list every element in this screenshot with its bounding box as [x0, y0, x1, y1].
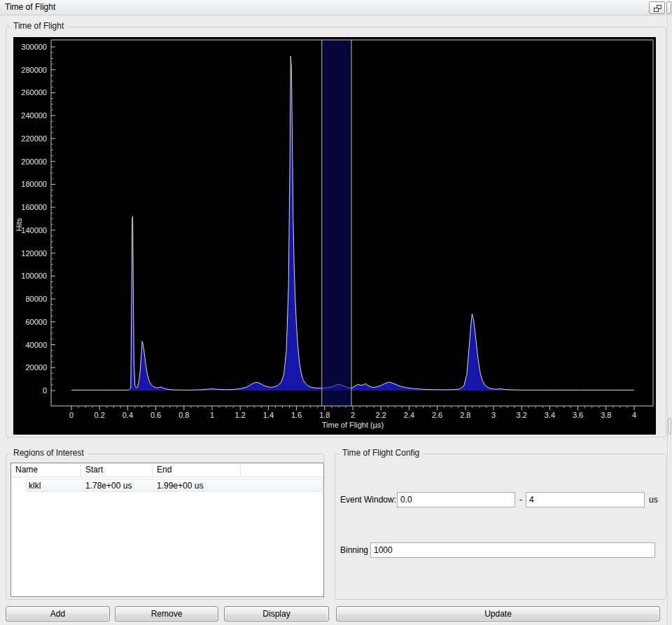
svg-text:300000: 300000	[21, 43, 47, 51]
roi-table-header: Name Start End	[11, 463, 323, 477]
event-window-to-input[interactable]	[526, 492, 645, 507]
svg-text:1.4: 1.4	[263, 411, 274, 419]
roi-cell-start: 1.78e+00 us	[85, 479, 132, 492]
tof-plot-svg: 00.20.40.60.811.21.41.61.822.22.42.62.83…	[13, 37, 656, 435]
binning-input[interactable]	[370, 542, 655, 558]
svg-text:2.2: 2.2	[376, 411, 386, 419]
display-button[interactable]: Display	[224, 606, 329, 622]
binning-label: Binning	[340, 542, 368, 558]
svg-text:280000: 280000	[21, 66, 47, 74]
svg-text:220000: 220000	[21, 134, 47, 143]
event-window-from-input[interactable]	[397, 492, 515, 507]
add-button[interactable]: Add	[6, 606, 110, 622]
time-of-flight-window: Time of Flight Time of Flight 00.20.40.6…	[0, 0, 672, 625]
roi-band	[322, 40, 351, 406]
header-separator	[240, 465, 241, 476]
y-axis-title: Hits	[15, 218, 23, 231]
svg-text:140000: 140000	[21, 226, 47, 234]
event-window-label: Event Window:	[340, 492, 396, 507]
svg-text:3.4: 3.4	[545, 411, 555, 419]
roi-header-start[interactable]: Start	[85, 463, 103, 477]
svg-text:0: 0	[43, 386, 47, 395]
svg-text:3.8: 3.8	[601, 411, 611, 419]
svg-text:3: 3	[491, 411, 496, 419]
update-button[interactable]: Update	[336, 606, 660, 622]
tof-config-groupbox: Time of Flight Config Event Window: - us…	[335, 454, 666, 600]
event-window-unit: us	[649, 492, 658, 507]
svg-text:100000: 100000	[21, 272, 47, 280]
svg-text:240000: 240000	[21, 111, 47, 120]
svg-text:3.6: 3.6	[573, 411, 583, 419]
svg-text:0.8: 0.8	[178, 411, 189, 419]
svg-text:0.6: 0.6	[150, 411, 161, 419]
header-separator	[80, 465, 81, 476]
svg-text:260000: 260000	[21, 88, 47, 97]
x-axis-title: Time of Flight (µs)	[322, 421, 384, 429]
svg-text:2: 2	[351, 411, 355, 419]
config-group-title: Time of Flight Config	[340, 448, 422, 458]
svg-text:60000: 60000	[25, 318, 47, 326]
svg-text:3.2: 3.2	[517, 411, 527, 419]
svg-text:80000: 80000	[25, 295, 47, 303]
svg-text:20000: 20000	[25, 363, 47, 372]
svg-text:0.4: 0.4	[122, 411, 133, 419]
roi-cell-end: 1.99e+00 us	[157, 479, 203, 492]
roi-cell-name: klkl	[29, 479, 41, 492]
dock-title: Time of Flight	[5, 0, 55, 15]
roi-table[interactable]: Name Start End klkl 1.78e+00 us 1.99e+00…	[10, 463, 324, 597]
clipped-edge-button	[666, 1, 671, 14]
svg-text:1: 1	[210, 411, 214, 419]
svg-text:1.8: 1.8	[319, 411, 330, 419]
svg-text:160000: 160000	[21, 203, 47, 211]
roi-header-end[interactable]: End	[157, 463, 172, 477]
svg-text:200000: 200000	[21, 157, 47, 166]
svg-text:4: 4	[632, 411, 636, 419]
svg-text:40000: 40000	[25, 341, 47, 349]
svg-text:2.4: 2.4	[404, 411, 414, 419]
float-restore-icon	[654, 5, 662, 12]
event-window-dash: -	[519, 492, 522, 507]
float-window-button[interactable]	[649, 1, 665, 14]
roi-group-title: Regions of Interest	[10, 448, 87, 458]
y-axis: 0200004000060000800001000001200001400001…	[15, 43, 55, 395]
right-edge-divider	[667, 15, 668, 625]
roi-table-row[interactable]: klkl 1.78e+00 us 1.99e+00 us	[11, 478, 323, 493]
remove-button[interactable]: Remove	[115, 606, 218, 622]
dock-titlebar[interactable]: Time of Flight	[0, 0, 672, 15]
histogram-series	[71, 56, 634, 391]
svg-text:2.8: 2.8	[460, 411, 470, 419]
svg-text:2.6: 2.6	[432, 411, 442, 419]
svg-text:0: 0	[69, 411, 74, 419]
svg-text:180000: 180000	[21, 180, 47, 188]
svg-text:0.2: 0.2	[94, 411, 105, 419]
svg-text:120000: 120000	[21, 249, 47, 258]
regions-of-interest-groupbox: Regions of Interest Name Start End klkl …	[6, 454, 324, 600]
plot-group-title: Time of Flight	[10, 21, 66, 31]
svg-text:1.2: 1.2	[235, 411, 246, 419]
roi-header-name[interactable]: Name	[15, 463, 38, 477]
time-of-flight-groupbox: Time of Flight 00.20.40.60.811.21.41.61.…	[6, 27, 666, 437]
splitter-handle[interactable]	[668, 418, 671, 435]
svg-text:1.6: 1.6	[291, 411, 302, 419]
x-axis: 00.20.40.60.811.21.41.61.822.22.42.62.83…	[69, 406, 636, 429]
tof-histogram-plot[interactable]: 00.20.40.60.811.21.41.61.822.22.42.62.83…	[13, 37, 656, 435]
header-separator	[152, 465, 153, 476]
